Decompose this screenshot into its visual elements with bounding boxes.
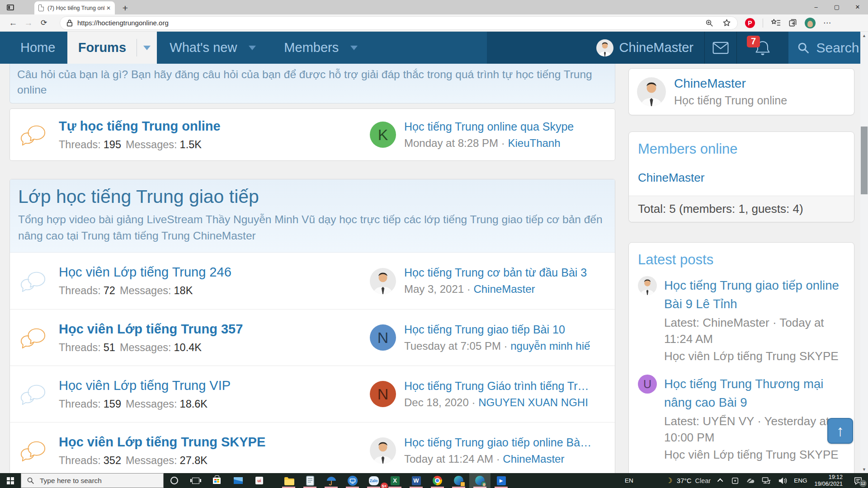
taskbar-mail-button[interactable] <box>227 473 249 488</box>
weather-temperature[interactable]: 37°C <box>677 477 691 484</box>
back-button[interactable]: ← <box>5 18 21 28</box>
tab-close-icon[interactable]: ✕ <box>106 5 111 11</box>
taskbar-task-view-button[interactable] <box>185 473 206 488</box>
taskbar-edge-beta-button[interactable] <box>448 473 469 488</box>
vertical-tabs-button[interactable] <box>0 0 21 14</box>
category-title-link[interactable]: Lớp học tiếng Trung giao tiếp <box>18 186 607 207</box>
avatar[interactable]: N <box>370 381 396 407</box>
latest-post-link[interactable]: Học tiếng Trung cơ bản từ đầu Bài 3 <box>404 266 587 279</box>
taskbar-umbrella-app-button[interactable] <box>321 473 342 488</box>
avatar[interactable]: U <box>638 375 657 394</box>
latest-posts-title[interactable]: Latest posts <box>629 243 854 268</box>
refresh-button[interactable]: ⟳ <box>36 18 52 28</box>
taskbar-excel-button[interactable]: X <box>384 473 406 488</box>
collections-icon[interactable] <box>788 19 797 27</box>
add-favorite-star-icon[interactable] <box>722 19 731 27</box>
tray-overflow-chevron-icon[interactable] <box>717 479 723 484</box>
user-link[interactable]: nguyễn minh hiế <box>510 340 590 352</box>
scrollbar-up-icon[interactable]: ▲ <box>860 32 868 39</box>
latest-post-link[interactable]: Học tiếng Trung online qua Skype <box>404 120 574 133</box>
taskbar-search-box[interactable]: Type here to search <box>21 473 164 488</box>
conversations-button[interactable] <box>705 32 736 64</box>
latest-post-link[interactable]: Học tiếng Trung Giáo trình tiếng Tr… <box>404 380 589 393</box>
nav-item-forums[interactable]: Forums <box>67 32 157 64</box>
keyboard-language[interactable]: ENG <box>794 477 807 484</box>
profile-name-link[interactable]: ChineMaster <box>674 76 787 91</box>
weather-condition[interactable]: Clear <box>695 477 711 484</box>
action-center-button[interactable]: 12 <box>854 476 863 485</box>
taskbar-store-button[interactable] <box>206 473 227 488</box>
forums-dropdown[interactable] <box>137 32 157 64</box>
language-indicator[interactable]: EN <box>625 477 633 484</box>
close-button[interactable]: ✕ <box>847 0 868 14</box>
taskbar-file-explorer-button[interactable] <box>278 473 299 488</box>
category-block: Lớp học tiếng Trung giao tiếp Tổng hợp v… <box>9 179 615 473</box>
forum-title-link[interactable]: Học viên Lớp tiếng Trung VIP <box>59 378 370 393</box>
clock[interactable]: 19:12 19/06/2021 <box>814 474 843 488</box>
url-text[interactable]: https://hoctiengtrungonline.org <box>77 19 169 27</box>
search-button[interactable]: Search <box>788 32 868 64</box>
forum-bubbles-icon <box>19 436 47 465</box>
avatar[interactable] <box>637 77 666 106</box>
latest-post-link[interactable]: Học tiếng Trung giao tiếp online Bà… <box>404 436 591 449</box>
nav-item-whats-new[interactable]: What's new <box>170 32 237 64</box>
pinterest-extension-icon[interactable]: P <box>745 18 755 28</box>
snip-tray-icon[interactable] <box>731 477 739 485</box>
taskbar-cortana-button[interactable] <box>164 473 185 488</box>
zoom-page-icon[interactable] <box>705 19 713 27</box>
forum-title-link[interactable]: Tự học tiếng Trung online <box>59 119 370 134</box>
latest-post-forum[interactable]: Học viên Lớp tiếng Trung SKYPE <box>664 348 845 364</box>
minimize-button[interactable]: – <box>806 0 826 14</box>
nav-item-members[interactable]: Members <box>284 32 339 64</box>
user-link[interactable]: NGUYEN XUAN NGHI <box>478 396 588 408</box>
latest-post-link[interactable]: Học tiếng Trung giao tiếp online Bài 9 L… <box>664 276 845 313</box>
members-online-title[interactable]: Members online <box>629 132 854 157</box>
page-scrollbar[interactable]: ▲ ▼ <box>860 32 868 473</box>
scroll-to-top-button[interactable]: ↑ <box>827 418 853 444</box>
taskbar-movies-button[interactable]: ▶ <box>491 473 512 488</box>
user-link[interactable]: KieuThanh <box>508 137 560 149</box>
avatar[interactable] <box>370 268 396 294</box>
members-dropdown[interactable] <box>350 32 358 64</box>
taskbar-word-button[interactable]: W <box>406 473 427 488</box>
forum-title-link[interactable]: Học viên Lớp tiếng Trung SKYPE <box>59 435 370 450</box>
scrollbar-down-icon[interactable]: ▼ <box>860 465 868 473</box>
avatar[interactable] <box>638 276 657 295</box>
whats-new-dropdown[interactable] <box>249 32 256 64</box>
avatar[interactable] <box>370 437 396 464</box>
forum-title-link[interactable]: Học viên Lớp tiếng Trung 357 <box>59 322 370 337</box>
taskbar-edge-button-active[interactable] <box>469 473 491 488</box>
new-tab-button[interactable]: + <box>118 1 132 14</box>
maximize-button[interactable]: ▢ <box>826 0 847 14</box>
online-member-link[interactable]: ChineMaster <box>629 157 854 196</box>
latest-post-item: Học tiếng Trung giao tiếp online Bài 9 L… <box>629 268 854 366</box>
address-bar[interactable]: https://hoctiengtrungonline.org <box>60 16 738 30</box>
settings-menu-icon[interactable]: ⋯ <box>823 18 831 28</box>
taskbar-notepad-button[interactable] <box>299 473 321 488</box>
browser-tab[interactable]: (7) Học tiếng Trung online Chine ✕ <box>34 1 115 14</box>
latest-post-link[interactable]: Học tiếng Trung giao tiếp Bài 10 <box>404 323 590 336</box>
favorites-icon[interactable] <box>771 19 781 27</box>
latest-post-link[interactable]: Học tiếng Trung Thương mại nâng cao Bài … <box>664 375 845 412</box>
avatar[interactable]: K <box>370 122 396 148</box>
taskbar-remote-app-button[interactable] <box>342 473 363 488</box>
avatar[interactable]: N <box>370 324 396 351</box>
alerts-button[interactable]: 7 <box>737 32 788 64</box>
account-menu-button[interactable]: ChineMaster <box>587 32 704 64</box>
nav-item-home[interactable]: Home <box>20 32 55 64</box>
user-link[interactable]: ChineMaster <box>473 283 535 295</box>
user-link[interactable]: ChineMaster <box>503 453 564 465</box>
scrollbar-thumb[interactable] <box>861 127 868 194</box>
taskbar-unikey-button[interactable]: ui <box>249 473 270 488</box>
taskbar-zalo-button[interactable]: Zalo 5+ <box>363 473 384 488</box>
browser-profile-avatar[interactable] <box>805 18 816 28</box>
network-icon[interactable] <box>762 477 771 484</box>
forward-button[interactable]: → <box>21 18 36 28</box>
mail-app-icon <box>234 477 243 484</box>
onedrive-offline-icon[interactable] <box>745 477 755 484</box>
forum-title-link[interactable]: Học viên Lớp tiếng Trung 246 <box>59 265 370 280</box>
latest-post-forum[interactable]: Học viên Lớp tiếng Trung SKYPE <box>664 447 845 462</box>
start-button[interactable] <box>0 473 21 488</box>
volume-icon[interactable] <box>778 477 788 485</box>
taskbar-chrome-button[interactable] <box>427 473 448 488</box>
